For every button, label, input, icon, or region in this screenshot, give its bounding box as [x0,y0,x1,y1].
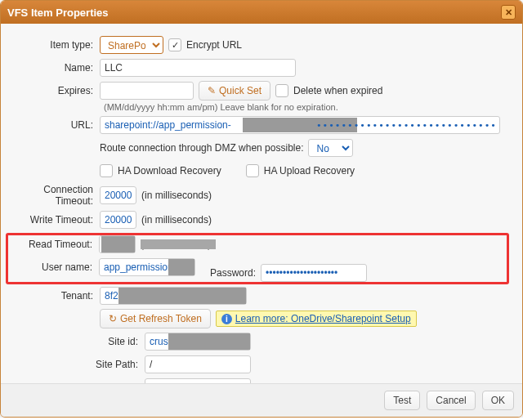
ha-upload-label: HA Upload Recovery [264,165,355,176]
site-path-input[interactable] [145,355,251,373]
delete-expired-label: Delete when expired [293,85,382,96]
site-path-label: Site Path: [6,359,145,370]
item-type-select[interactable]: SharePoint [100,36,163,54]
learn-more-banner: i Learn more: OneDrive/Sharepoint Setup [216,311,417,327]
cancel-button[interactable]: Cancel [427,391,475,410]
encrypt-url-checkbox[interactable]: ✓ [168,38,181,51]
get-refresh-token-button[interactable]: Get Refresh Token [100,309,211,328]
vfs-properties-dialog: VFS Item Properties ✕ Item type: SharePo… [0,0,523,418]
tenant-redaction [118,288,246,304]
site-id-label: Site id: [6,336,145,347]
dialog-body: Item type: SharePoint ✓ Encrypt URL Name… [1,24,522,383]
dmz-label: Route connection through DMZ when possib… [100,142,303,154]
url-masked-tail: ••••••••••••••••••••••••••••• [316,116,497,134]
ha-download-checkbox[interactable] [100,164,113,177]
conn-timeout-input[interactable] [100,186,136,204]
encrypt-url-label: Encrypt URL [186,39,242,51]
drive-name-label: Drive name: [6,382,145,383]
expires-label: Expires: [6,85,100,96]
dialog-footer: Test Cancel OK [1,383,522,417]
delete-expired-checkbox[interactable] [275,84,288,97]
conn-timeout-label: Connection Timeout: [6,184,100,207]
write-timeout-unit: (in milliseconds) [141,214,212,226]
name-input[interactable] [100,59,296,77]
conn-timeout-unit: (in milliseconds) [141,190,212,201]
close-button[interactable]: ✕ [501,5,516,20]
ha-download-label: HA Download Recovery [118,165,221,176]
drive-name-input[interactable] [145,378,251,383]
url-label: URL: [6,119,100,131]
refresh-icon [109,313,117,324]
username-label: User name: [8,261,99,273]
password-input[interactable] [261,264,367,282]
learn-more-link[interactable]: Learn more: OneDrive/Sharepoint Setup [235,313,411,324]
item-type-label: Item type: [6,39,100,51]
expires-input[interactable] [100,82,194,100]
dialog-title: VFS Item Properties [7,7,109,19]
ha-upload-checkbox[interactable] [246,164,259,177]
site-id-redaction [168,333,250,350]
write-timeout-input[interactable] [100,211,136,229]
test-button[interactable]: Test [384,391,420,410]
ok-button[interactable]: OK [482,391,514,410]
dialog-titlebar: VFS Item Properties ✕ [1,1,522,24]
password-label: Password: [210,267,261,279]
name-label: Name: [6,62,100,74]
expires-note: (MM/dd/yyyy hh:mm am/pm) Leave blank for… [104,102,509,112]
dmz-select[interactable]: No [308,139,353,157]
info-icon: i [221,314,232,324]
username-redaction [168,259,194,275]
write-timeout-label: Write Timeout: [6,214,100,226]
read-timeout-redaction [101,236,135,252]
quick-set-button[interactable]: Quick Set [199,81,270,101]
tenant-label: Tenant: [6,290,100,302]
pencil-icon [208,85,216,96]
read-timeout-label: Read Timeout: [8,239,99,250]
